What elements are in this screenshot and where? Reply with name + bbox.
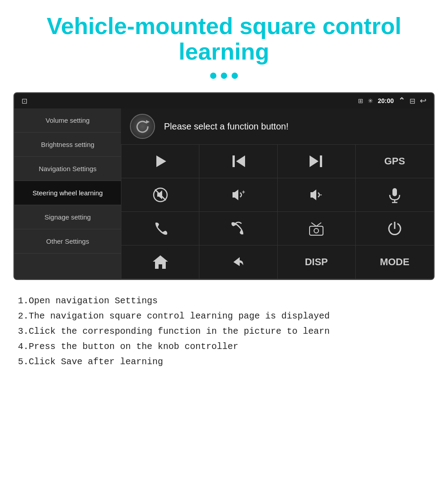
grid-cell-back[interactable] bbox=[199, 246, 277, 279]
dots-row bbox=[18, 73, 430, 79]
window-icon: ⊟ bbox=[409, 97, 415, 105]
dot-1 bbox=[210, 73, 216, 79]
disp-label: DISP bbox=[305, 256, 327, 268]
phone-answer-icon bbox=[230, 220, 247, 237]
instruction-1: 1.Open navigation Settings bbox=[18, 293, 430, 309]
volume-up-icon: + bbox=[230, 186, 247, 203]
svg-text:-: - bbox=[320, 191, 322, 198]
refresh-button[interactable] bbox=[130, 114, 155, 139]
grid-cell-skip-forward[interactable] bbox=[278, 145, 356, 178]
sidebar-item-volume[interactable]: Volume setting bbox=[14, 108, 121, 133]
grid-cell-gps[interactable]: GPS bbox=[356, 145, 434, 178]
grid-cell-phone-answer[interactable] bbox=[199, 212, 277, 246]
grid-cell-disp[interactable]: DISP bbox=[278, 246, 356, 279]
svg-rect-5 bbox=[320, 155, 322, 167]
svg-rect-3 bbox=[233, 155, 235, 167]
panel-prompt: Please select a function button! bbox=[164, 121, 289, 132]
panel-top: Please select a function button! bbox=[121, 108, 434, 145]
home-status-icon: ⊡ bbox=[22, 97, 27, 105]
main-title: Vehicle-mounted square control learning bbox=[18, 13, 430, 65]
back-icon bbox=[230, 254, 247, 271]
grid-cell-vol-down[interactable]: - bbox=[278, 178, 356, 212]
gps-label: GPS bbox=[384, 155, 405, 167]
svg-marker-4 bbox=[310, 155, 319, 167]
sidebar-item-navigation[interactable]: Navigation Settings bbox=[14, 157, 121, 181]
up-arrow-icon: ⌃ bbox=[398, 96, 405, 106]
grid-cell-phone[interactable] bbox=[121, 212, 199, 246]
play-icon bbox=[152, 153, 169, 170]
grid-cell-home[interactable] bbox=[121, 246, 199, 279]
bluetooth-icon: ⊞ bbox=[358, 97, 363, 104]
right-panel: Please select a function button! bbox=[121, 108, 434, 279]
dot-2 bbox=[221, 73, 227, 79]
microphone-icon bbox=[386, 186, 403, 203]
home-icon bbox=[152, 254, 169, 271]
svg-marker-0 bbox=[146, 120, 150, 124]
device-frame: ⊡ ⊞ ✳ 20:00 ⌃ ⊟ ↩ Volume setting Brightn… bbox=[13, 92, 435, 280]
svg-marker-10 bbox=[310, 190, 316, 200]
back-icon: ↩ bbox=[420, 96, 426, 106]
sidebar-item-steering[interactable]: Steering wheel learning bbox=[14, 181, 121, 205]
button-grid: GPS + bbox=[121, 145, 434, 279]
volume-down-icon: - bbox=[308, 186, 325, 203]
svg-marker-2 bbox=[236, 155, 245, 167]
grid-cell-power[interactable] bbox=[356, 212, 434, 246]
sidebar: Volume setting Brightness setting Naviga… bbox=[14, 108, 121, 279]
svg-marker-18 bbox=[153, 255, 168, 269]
status-bar: ⊡ ⊞ ✳ 20:00 ⌃ ⊟ ↩ bbox=[14, 93, 434, 108]
svg-text:+: + bbox=[242, 189, 245, 195]
status-right: ⊞ ✳ 20:00 ⌃ ⊟ ↩ bbox=[358, 96, 426, 106]
skip-forward-icon bbox=[308, 153, 325, 170]
grid-cell-radio[interactable] bbox=[278, 212, 356, 246]
svg-marker-8 bbox=[233, 190, 238, 200]
grid-cell-mute[interactable] bbox=[121, 178, 199, 212]
header: Vehicle-mounted square control learning bbox=[0, 0, 448, 92]
skip-back-icon bbox=[230, 153, 247, 170]
svg-point-16 bbox=[314, 228, 319, 233]
status-left: ⊡ bbox=[22, 97, 27, 105]
svg-rect-15 bbox=[310, 226, 323, 235]
instruction-5: 5.Click Save after learning bbox=[18, 354, 430, 370]
bluetooth-icon2: ✳ bbox=[368, 97, 373, 104]
status-time: 20:00 bbox=[378, 97, 394, 104]
refresh-icon bbox=[134, 117, 151, 135]
instructions: 1.Open navigation Settings 2.The navigat… bbox=[0, 280, 448, 379]
grid-cell-skip-back[interactable] bbox=[199, 145, 277, 178]
dot-3 bbox=[232, 73, 238, 79]
screen-content: Volume setting Brightness setting Naviga… bbox=[14, 108, 434, 279]
radio-icon bbox=[308, 220, 325, 237]
svg-rect-12 bbox=[392, 188, 397, 196]
mode-label: MODE bbox=[380, 256, 409, 268]
grid-cell-mode[interactable]: MODE bbox=[356, 246, 434, 279]
instruction-2: 2.The navigation square control learning… bbox=[18, 309, 430, 324]
instruction-4: 4.Press the button on the knob controlle… bbox=[18, 339, 430, 354]
sidebar-item-brightness[interactable]: Brightness setting bbox=[14, 133, 121, 157]
sidebar-item-signage[interactable]: Signage setting bbox=[14, 205, 121, 229]
phone-icon bbox=[152, 220, 169, 237]
sidebar-item-other[interactable]: Other Settings bbox=[14, 229, 121, 254]
grid-cell-vol-up[interactable]: + bbox=[199, 178, 277, 212]
grid-cell-play[interactable] bbox=[121, 145, 199, 178]
grid-cell-mic[interactable] bbox=[356, 178, 434, 212]
power-icon bbox=[386, 220, 403, 237]
instruction-3: 3.Click the corresponding function in th… bbox=[18, 324, 430, 339]
svg-marker-1 bbox=[156, 155, 166, 167]
mute-icon bbox=[152, 186, 169, 203]
